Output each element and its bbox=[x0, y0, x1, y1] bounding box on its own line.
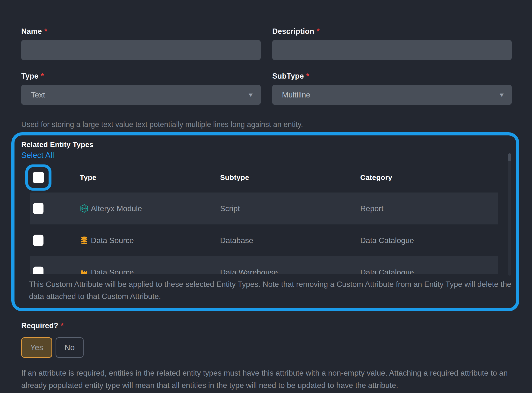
name-input[interactable] bbox=[21, 40, 261, 60]
custom-attribute-form: Name* Description* Type* Text ▼ SubType*… bbox=[0, 0, 532, 392]
scrollbar-thumb[interactable] bbox=[508, 153, 511, 161]
select-all-link[interactable]: Select All bbox=[21, 151, 54, 160]
type-label-text: Type bbox=[21, 72, 38, 80]
alteryx-module-icon bbox=[80, 204, 89, 213]
related-helper-text: This Custom Attribute will be applied to… bbox=[29, 278, 515, 302]
subtype-cell: Script bbox=[220, 204, 240, 213]
name-label: Name* bbox=[21, 27, 261, 36]
database-icon bbox=[80, 236, 89, 245]
column-header-type: Type bbox=[80, 173, 96, 182]
vertical-scrollbar[interactable] bbox=[508, 153, 511, 276]
subtype-select[interactable]: Multiline ▼ bbox=[272, 85, 512, 105]
column-header-subtype: Subtype bbox=[220, 173, 249, 182]
subtype-label: SubType* bbox=[272, 72, 512, 80]
description-field: Description* bbox=[272, 27, 512, 60]
table-row[interactable]: Alteryx Module Script Report bbox=[30, 193, 498, 224]
related-entity-types-title: Related Entity Types bbox=[21, 140, 509, 149]
category-cell: Report bbox=[360, 204, 383, 213]
required-label-text: Required? bbox=[21, 321, 58, 330]
type-select-value: Text bbox=[31, 90, 45, 99]
subtype-cell: Database bbox=[220, 236, 253, 245]
description-label-text: Description bbox=[272, 27, 314, 36]
type-cell: Data Source bbox=[91, 236, 134, 245]
type-cell: Data Source bbox=[91, 268, 134, 274]
required-helper-text: If an attribute is required, entities in… bbox=[21, 367, 514, 392]
type-field: Type* Text ▼ bbox=[21, 72, 261, 105]
chevron-down-icon: ▼ bbox=[247, 92, 254, 98]
row-checkbox[interactable] bbox=[33, 235, 43, 246]
subtype-required-asterisk: * bbox=[306, 72, 309, 80]
type-select[interactable]: Text ▼ bbox=[21, 85, 261, 105]
name-field: Name* bbox=[21, 27, 261, 60]
select-all-checkbox[interactable] bbox=[33, 172, 44, 183]
table-row[interactable]: Data Source Database Data Catalogue bbox=[30, 224, 498, 256]
subtype-helper-text: Used for storing a large text value text… bbox=[21, 120, 512, 129]
entity-table-header: Type Subtype Category bbox=[21, 164, 509, 191]
subtype-label-text: SubType bbox=[272, 72, 304, 80]
category-cell: Data Catalogue bbox=[360, 268, 414, 274]
table-row[interactable]: Data Source Data Warehouse Data Catalogu… bbox=[30, 256, 498, 274]
name-label-text: Name bbox=[21, 27, 42, 36]
entity-table-scroll-area: Alteryx Module Script Report bbox=[21, 193, 509, 274]
row-checkbox[interactable] bbox=[33, 203, 43, 214]
description-label: Description* bbox=[272, 27, 512, 36]
column-header-category: Category bbox=[360, 173, 392, 182]
required-asterisk: * bbox=[61, 321, 64, 330]
form-grid: Name* Description* Type* Text ▼ SubType*… bbox=[21, 27, 512, 105]
name-required-asterisk: * bbox=[44, 27, 47, 36]
type-label: Type* bbox=[21, 72, 261, 80]
description-required-asterisk: * bbox=[317, 27, 320, 36]
type-required-asterisk: * bbox=[41, 72, 44, 80]
type-cell: Alteryx Module bbox=[91, 204, 142, 213]
subtype-select-value: Multiline bbox=[282, 90, 310, 99]
subtype-field: SubType* Multiline ▼ bbox=[272, 72, 512, 105]
related-entity-types-box: Related Entity Types Select All Type Sub… bbox=[11, 132, 519, 311]
select-all-checkbox-ring bbox=[25, 164, 51, 191]
row-checkbox[interactable] bbox=[33, 267, 43, 274]
chevron-down-icon: ▼ bbox=[498, 92, 505, 98]
yes-button[interactable]: Yes bbox=[21, 337, 52, 358]
subtype-cell: Data Warehouse bbox=[220, 268, 278, 274]
category-cell: Data Catalogue bbox=[360, 236, 414, 245]
required-label: Required?* bbox=[21, 321, 512, 330]
required-toggle: Yes No bbox=[21, 337, 512, 358]
description-input[interactable] bbox=[272, 40, 512, 60]
warehouse-icon bbox=[80, 268, 89, 274]
no-button[interactable]: No bbox=[56, 337, 84, 358]
